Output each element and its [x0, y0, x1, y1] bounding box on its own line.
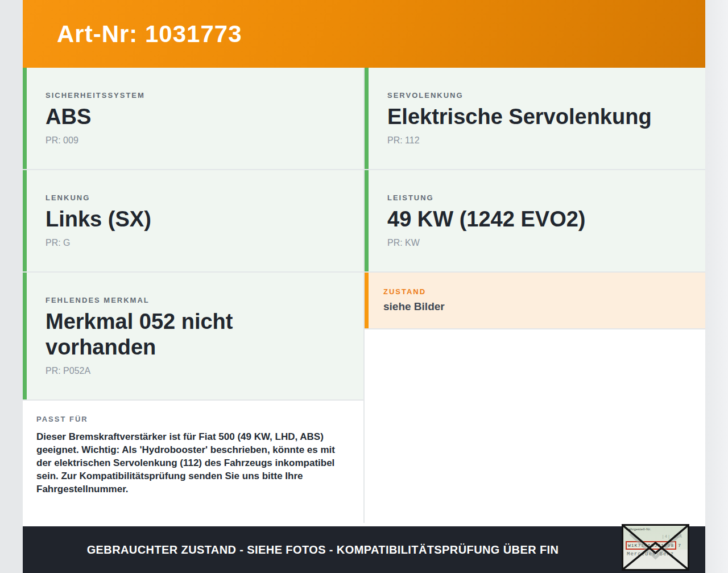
passt-fuer-section: PASST FÜR Dieser Bremskraftverstärker is… — [23, 401, 363, 523]
card-pr-code: PR: P052A — [46, 365, 351, 377]
card-value: 49 KW (1242 EVO2) — [387, 207, 693, 232]
card-fehlendes-merkmal: FEHLENDES MERKMAL Merkmal 052 nicht vorh… — [23, 273, 363, 399]
empty-panel — [365, 329, 705, 523]
card-value: siehe Bilder — [383, 300, 693, 314]
condition-banner: GEBRAUCHTER ZUSTAND - SIEHE FOTOS - KOMP… — [46, 543, 600, 556]
grid-column-left: SICHERHEITSSYSTEM ABS PR: 009 LENKUNG Li… — [23, 68, 363, 523]
card-pr-code: PR: G — [46, 237, 351, 249]
article-number-title: Art-Nr: 1031773 — [57, 20, 242, 48]
card-pr-code: PR: 009 — [46, 135, 351, 146]
card-pr-code: PR: 112 — [387, 135, 693, 146]
card-zustand: ZUSTAND siehe Bilder — [365, 273, 705, 328]
attribute-grid: SICHERHEITSSYSTEM ABS PR: 009 LENKUNG Li… — [23, 68, 705, 523]
header-bar: Art-Nr: 1031773 — [23, 0, 705, 68]
card-label: LENKUNG — [46, 193, 351, 203]
vin-document-image: Fahrgestell-Nr. |4| AiA W1K71463J31298 7… — [622, 524, 689, 571]
card-pr-code: PR: KW — [387, 237, 693, 249]
card-leistung: LEISTUNG 49 KW (1242 EVO2) PR: KW — [365, 170, 705, 271]
footer-bar: GEBRAUCHTER ZUSTAND - SIEHE FOTOS - KOMP… — [23, 526, 705, 573]
card-value: Links (SX) — [46, 207, 351, 232]
card-lenkung: LENKUNG Links (SX) PR: G — [23, 170, 363, 271]
card-value: ABS — [46, 104, 351, 130]
card-label: ZUSTAND — [383, 287, 693, 296]
card-value: Elektrische Servolenkung — [387, 104, 693, 130]
card-sicherheitssystem: SICHERHEITSSYSTEM ABS PR: 009 — [23, 68, 363, 169]
card-label: LEISTUNG — [387, 193, 693, 203]
product-card: Art-Nr: 1031773 SICHERHEITSSYSTEM ABS PR… — [23, 0, 705, 573]
passt-fuer-label: PASST FÜR — [36, 415, 350, 424]
passt-fuer-description: Dieser Bremskraftverstärker ist für Fiat… — [36, 430, 350, 496]
card-label: SERVOLENKUNG — [387, 91, 693, 100]
card-value: Merkmal 052 nicht vorhanden — [46, 309, 341, 360]
grid-column-right: SERVOLENKUNG Elektrische Servolenkung PR… — [365, 68, 705, 523]
card-label: SICHERHEITSSYSTEM — [46, 91, 351, 100]
card-label: FEHLENDES MERKMAL — [46, 296, 351, 305]
page: { "header": { "title": "Art-Nr: 1031773"… — [0, 0, 728, 573]
card-servolenkung: SERVOLENKUNG Elektrische Servolenkung PR… — [365, 68, 705, 169]
envelope-icon — [623, 526, 688, 569]
